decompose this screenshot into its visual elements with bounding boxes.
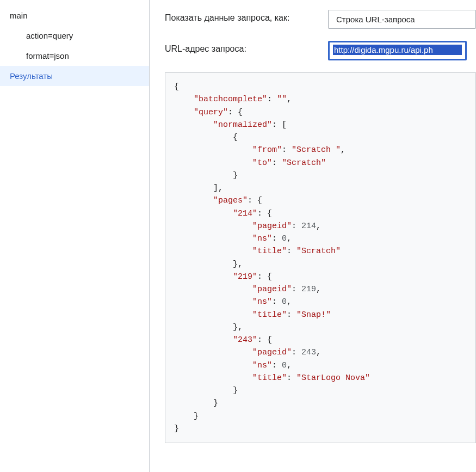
main-panel: Показать данные запроса, как: Строка URL… (150, 0, 476, 472)
json-output: { "batchcomplete": "", "query": { "norma… (174, 81, 467, 435)
url-value: http://digida.mgpu.ru/api.ph (333, 45, 462, 55)
label-url: URL-адрес запроса: (165, 41, 328, 54)
sidebar-item-action[interactable]: action=query (0, 26, 149, 46)
result-json: { "batchcomplete": "", "query": { "norma… (165, 72, 476, 443)
sidebar-item-format[interactable]: format=json (0, 46, 149, 66)
select-show-as[interactable]: Строка URL-запроса (328, 10, 476, 29)
sidebar-item-main[interactable]: main (0, 5, 149, 26)
sidebar: main action=query format=json Результаты (0, 0, 150, 472)
url-input[interactable]: http://digida.mgpu.ru/api.ph (328, 41, 467, 60)
row-show-as: Показать данные запроса, как: Строка URL… (165, 10, 476, 29)
row-url: URL-адрес запроса: http://digida.mgpu.ru… (165, 41, 476, 60)
sidebar-item-results[interactable]: Результаты (0, 66, 149, 86)
label-show-as: Показать данные запроса, как: (165, 10, 328, 23)
